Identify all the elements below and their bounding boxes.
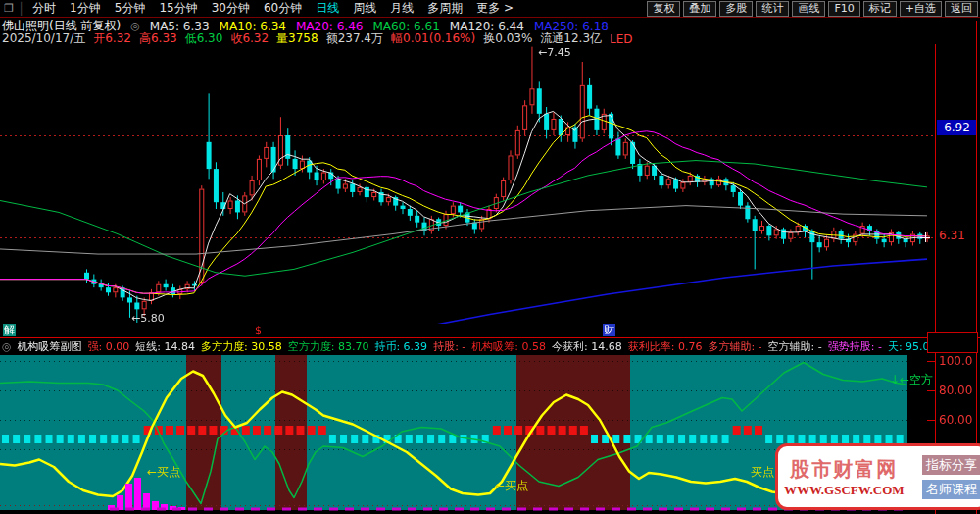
strip-marker-3: 财 xyxy=(603,324,615,336)
window-icon[interactable]: ❐ xyxy=(4,2,14,15)
line-name-label-4: ↓←空方 xyxy=(890,372,933,388)
toolbar: 复权叠加多股统计画线F10标记+自选返回 xyxy=(647,1,978,17)
indicator-header: ◎ 机构吸筹副图 强: 0.00短线: 14.84多方力度: 30.58空方力度… xyxy=(2,339,928,354)
menu-item-11[interactable]: 更多 > xyxy=(476,1,514,15)
indicator-field-13: 天: 95.00 xyxy=(888,340,928,353)
axis-price-low: 6.31 xyxy=(939,229,965,242)
menu-item-10[interactable]: 多周期 xyxy=(427,1,463,15)
menu-item-8[interactable]: 周线 xyxy=(353,1,376,15)
menu-item-1[interactable]: 分时 xyxy=(32,1,56,15)
axis-price-highlight: 6.92 xyxy=(937,120,977,135)
indicator-field-5: 持币: 6.39 xyxy=(374,340,427,353)
indicator-field-2: 短线: 14.84 xyxy=(135,340,195,353)
toolbar-button-6[interactable]: F10 xyxy=(828,1,859,17)
watermark-badge-2: 名师课程 xyxy=(922,480,980,499)
menu-separator: │ xyxy=(18,2,24,16)
indicator-field-12: 强势持股: - xyxy=(828,340,882,353)
watermark-card: 股市财富网 WWW.GSCFW.COM 指标分享名师课程 xyxy=(775,443,980,510)
toolbar-button-9[interactable]: 返回 xyxy=(945,1,978,17)
menu-item-7[interactable]: 日线 xyxy=(316,1,339,15)
toolbar-button-5[interactable]: 画线 xyxy=(792,1,825,17)
indicator-field-1: 强: 0.00 xyxy=(88,340,130,353)
strip-marker-1: 解 xyxy=(3,324,16,336)
indicator-values: 强: 0.00短线: 14.84多方力度: 30.58空方力度: 83.70持币… xyxy=(88,339,928,354)
menu-divider-line xyxy=(0,17,980,18)
toolbar-button-2[interactable]: 叠加 xyxy=(683,1,716,17)
watermark-badges: 指标分享名师课程 xyxy=(922,455,980,499)
indicator-field-6: 持股: - xyxy=(433,340,466,353)
indicator-field-8: 今获利: 14.68 xyxy=(552,340,622,353)
toolbar-button-3[interactable]: 多股 xyxy=(719,1,753,17)
marker-strip: 解$财 xyxy=(0,324,980,337)
menu-item-5[interactable]: 30分钟 xyxy=(212,1,250,15)
buy-point-label-1: ←买点 xyxy=(147,464,180,481)
indicator-axis-label-1: 100.0 xyxy=(939,354,972,368)
watermark-title: 股市财富网 xyxy=(784,456,905,483)
menu-item-4[interactable]: 15分钟 xyxy=(159,1,197,15)
watermark-url[interactable]: WWW.GSCFW.COM xyxy=(784,483,905,498)
toolbar-button-8[interactable]: +自选 xyxy=(900,1,942,17)
indicator-name: 机构吸筹副图 xyxy=(18,339,82,354)
toolbar-button-4[interactable]: 统计 xyxy=(756,1,789,17)
strip-marker-2: $ xyxy=(252,324,265,336)
indicator-field-10: 多方辅助: - xyxy=(708,340,761,353)
indicator-field-9: 获利比率: 0.76 xyxy=(628,340,703,353)
indicator-field-3: 多方力度: 30.58 xyxy=(201,340,282,353)
indicator-field-4: 空方力度: 83.70 xyxy=(288,340,369,353)
period-menu: 分时1分钟5分钟15分钟30分钟60分钟日线周线月线多周期更多 > xyxy=(32,0,527,17)
menu-item-6[interactable]: 60分钟 xyxy=(264,1,302,15)
corner-box xyxy=(927,332,978,353)
main-candlestick-chart[interactable] xyxy=(0,44,936,324)
panel-divider-line xyxy=(0,337,980,338)
toolbar-button-1[interactable]: 复权 xyxy=(647,1,680,17)
indicator-circle-icon[interactable]: ◎ xyxy=(2,340,12,353)
buy-point-label-2: ←买点 xyxy=(495,478,528,494)
high-annotation: ←7.45 xyxy=(538,46,571,59)
menu-item-3[interactable]: 5分钟 xyxy=(115,1,146,15)
buy-point-label-3: 买点 xyxy=(751,464,774,481)
menu-item-9[interactable]: 月线 xyxy=(390,1,414,15)
indicator-field-11: 空方辅助: - xyxy=(768,340,822,353)
watermark-badge-1: 指标分享 xyxy=(922,455,980,475)
indicator-axis-label-3: 60.00 xyxy=(939,413,972,427)
right-edge-line xyxy=(976,21,977,514)
indicator-field-7: 机构吸筹: 0.58 xyxy=(471,340,546,353)
indicator-axis-label-2: 80.00 xyxy=(939,384,972,397)
menu-item-2[interactable]: 1分钟 xyxy=(70,1,101,15)
toolbar-button-7[interactable]: 标记 xyxy=(863,1,897,17)
